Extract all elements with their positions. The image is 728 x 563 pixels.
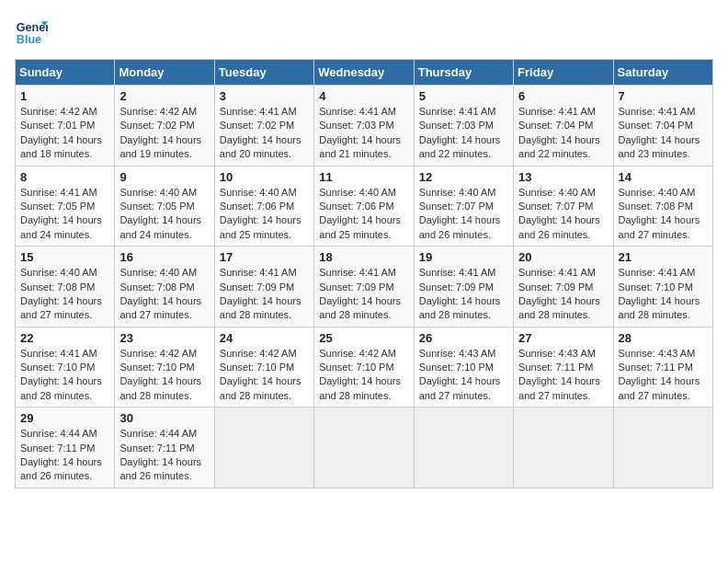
table-row: 19 Sunrise: 4:41 AMSunset: 7:09 PMDaylig… — [414, 247, 513, 327]
header-monday: Monday — [115, 60, 214, 86]
day-number: 25 — [319, 331, 408, 345]
day-info: Sunrise: 4:41 AMSunset: 7:04 PMDaylight:… — [518, 106, 600, 159]
day-number: 27 — [518, 331, 608, 345]
day-info: Sunrise: 4:41 AMSunset: 7:03 PMDaylight:… — [319, 106, 401, 159]
table-row: 12 Sunrise: 4:40 AMSunset: 7:07 PMDaylig… — [414, 166, 513, 247]
day-info: Sunrise: 4:42 AMSunset: 7:10 PMDaylight:… — [220, 348, 301, 401]
calendar-week-row: 29 Sunrise: 4:44 AMSunset: 7:11 PMDaylig… — [16, 408, 713, 488]
table-row: 10 Sunrise: 4:40 AMSunset: 7:06 PMDaylig… — [214, 166, 313, 247]
day-number: 20 — [518, 250, 608, 264]
table-row: 29 Sunrise: 4:44 AMSunset: 7:11 PMDaylig… — [16, 408, 115, 488]
day-number: 18 — [319, 250, 408, 264]
table-row: 5 Sunrise: 4:41 AMSunset: 7:03 PMDayligh… — [414, 86, 513, 167]
day-number: 24 — [220, 331, 309, 345]
day-info: Sunrise: 4:41 AMSunset: 7:05 PMDaylight:… — [20, 187, 102, 240]
table-row: 25 Sunrise: 4:42 AMSunset: 7:10 PMDaylig… — [314, 327, 414, 408]
logo: General Blue — [15, 15, 48, 48]
table-row: 27 Sunrise: 4:43 AMSunset: 7:11 PMDaylig… — [514, 327, 613, 408]
day-info: Sunrise: 4:41 AMSunset: 7:04 PMDaylight:… — [619, 106, 700, 159]
calendar-week-row: 22 Sunrise: 4:41 AMSunset: 7:10 PMDaylig… — [16, 327, 713, 408]
day-number: 3 — [220, 89, 309, 103]
calendar-table: Sunday Monday Tuesday Wednesday Thursday… — [15, 59, 713, 488]
table-row: 11 Sunrise: 4:40 AMSunset: 7:06 PMDaylig… — [314, 166, 414, 247]
day-info: Sunrise: 4:41 AMSunset: 7:09 PMDaylight:… — [518, 267, 600, 320]
day-info: Sunrise: 4:41 AMSunset: 7:09 PMDaylight:… — [319, 267, 401, 320]
day-number: 6 — [518, 89, 608, 103]
day-number: 29 — [20, 411, 109, 425]
table-row: 24 Sunrise: 4:42 AMSunset: 7:10 PMDaylig… — [214, 327, 313, 408]
day-info: Sunrise: 4:44 AMSunset: 7:11 PMDaylight:… — [20, 428, 102, 481]
table-row: 16 Sunrise: 4:40 AMSunset: 7:08 PMDaylig… — [115, 247, 214, 327]
day-number: 23 — [119, 331, 209, 345]
calendar-week-row: 15 Sunrise: 4:40 AMSunset: 7:08 PMDaylig… — [16, 247, 713, 327]
day-number: 2 — [119, 89, 209, 103]
day-number: 19 — [419, 250, 508, 264]
day-info: Sunrise: 4:41 AMSunset: 7:03 PMDaylight:… — [419, 106, 501, 159]
table-row: 17 Sunrise: 4:41 AMSunset: 7:09 PMDaylig… — [214, 247, 313, 327]
table-row: 30 Sunrise: 4:44 AMSunset: 7:11 PMDaylig… — [115, 408, 214, 488]
day-number: 28 — [619, 331, 708, 345]
day-info: Sunrise: 4:40 AMSunset: 7:06 PMDaylight:… — [319, 187, 401, 240]
table-row — [314, 408, 414, 488]
header-saturday: Saturday — [613, 60, 712, 86]
day-info: Sunrise: 4:44 AMSunset: 7:11 PMDaylight:… — [119, 428, 201, 481]
day-number: 13 — [518, 170, 608, 184]
table-row: 3 Sunrise: 4:41 AMSunset: 7:02 PMDayligh… — [214, 86, 313, 167]
day-number: 21 — [619, 250, 708, 264]
table-row: 22 Sunrise: 4:41 AMSunset: 7:10 PMDaylig… — [16, 327, 115, 408]
day-info: Sunrise: 4:42 AMSunset: 7:01 PMDaylight:… — [20, 106, 102, 159]
day-info: Sunrise: 4:40 AMSunset: 7:07 PMDaylight:… — [518, 187, 600, 240]
table-row: 1 Sunrise: 4:42 AMSunset: 7:01 PMDayligh… — [16, 86, 115, 167]
day-info: Sunrise: 4:41 AMSunset: 7:02 PMDaylight:… — [220, 106, 301, 159]
header-tuesday: Tuesday — [214, 60, 313, 86]
table-row: 21 Sunrise: 4:41 AMSunset: 7:10 PMDaylig… — [613, 247, 712, 327]
table-row: 6 Sunrise: 4:41 AMSunset: 7:04 PMDayligh… — [514, 86, 613, 167]
day-number: 5 — [419, 89, 508, 103]
table-row: 14 Sunrise: 4:40 AMSunset: 7:08 PMDaylig… — [613, 166, 712, 247]
day-info: Sunrise: 4:41 AMSunset: 7:10 PMDaylight:… — [619, 267, 700, 320]
table-row: 9 Sunrise: 4:40 AMSunset: 7:05 PMDayligh… — [115, 166, 214, 247]
table-row — [613, 408, 712, 488]
day-number: 26 — [419, 331, 508, 345]
day-number: 12 — [419, 170, 508, 184]
table-row — [214, 408, 313, 488]
day-info: Sunrise: 4:40 AMSunset: 7:05 PMDaylight:… — [119, 187, 201, 240]
day-info: Sunrise: 4:43 AMSunset: 7:11 PMDaylight:… — [518, 348, 600, 401]
day-number: 30 — [119, 411, 209, 425]
day-info: Sunrise: 4:42 AMSunset: 7:10 PMDaylight:… — [119, 348, 201, 401]
day-number: 7 — [619, 89, 708, 103]
calendar-week-row: 1 Sunrise: 4:42 AMSunset: 7:01 PMDayligh… — [16, 86, 713, 167]
table-row: 20 Sunrise: 4:41 AMSunset: 7:09 PMDaylig… — [514, 247, 613, 327]
table-row: 23 Sunrise: 4:42 AMSunset: 7:10 PMDaylig… — [115, 327, 214, 408]
day-info: Sunrise: 4:40 AMSunset: 7:08 PMDaylight:… — [20, 267, 102, 320]
day-number: 10 — [220, 170, 309, 184]
day-info: Sunrise: 4:40 AMSunset: 7:07 PMDaylight:… — [419, 187, 501, 240]
day-number: 17 — [220, 250, 309, 264]
day-info: Sunrise: 4:41 AMSunset: 7:09 PMDaylight:… — [220, 267, 301, 320]
table-row: 18 Sunrise: 4:41 AMSunset: 7:09 PMDaylig… — [314, 247, 414, 327]
day-info: Sunrise: 4:40 AMSunset: 7:08 PMDaylight:… — [619, 187, 700, 240]
table-row: 2 Sunrise: 4:42 AMSunset: 7:02 PMDayligh… — [115, 86, 214, 167]
header-sunday: Sunday — [16, 60, 115, 86]
table-row: 28 Sunrise: 4:43 AMSunset: 7:11 PMDaylig… — [613, 327, 712, 408]
day-info: Sunrise: 4:41 AMSunset: 7:10 PMDaylight:… — [20, 348, 102, 401]
table-row — [514, 408, 613, 488]
table-row: 7 Sunrise: 4:41 AMSunset: 7:04 PMDayligh… — [613, 86, 712, 167]
weekday-header-row: Sunday Monday Tuesday Wednesday Thursday… — [16, 60, 713, 86]
day-info: Sunrise: 4:40 AMSunset: 7:08 PMDaylight:… — [119, 267, 201, 320]
logo-icon: General Blue — [15, 15, 48, 48]
day-number: 14 — [619, 170, 708, 184]
header-friday: Friday — [514, 60, 613, 86]
day-info: Sunrise: 4:42 AMSunset: 7:10 PMDaylight:… — [319, 348, 401, 401]
day-number: 11 — [319, 170, 408, 184]
table-row: 8 Sunrise: 4:41 AMSunset: 7:05 PMDayligh… — [16, 166, 115, 247]
calendar-week-row: 8 Sunrise: 4:41 AMSunset: 7:05 PMDayligh… — [16, 166, 713, 247]
table-row: 4 Sunrise: 4:41 AMSunset: 7:03 PMDayligh… — [314, 86, 414, 167]
table-row: 26 Sunrise: 4:43 AMSunset: 7:10 PMDaylig… — [414, 327, 513, 408]
day-number: 4 — [319, 89, 408, 103]
day-info: Sunrise: 4:40 AMSunset: 7:06 PMDaylight:… — [220, 187, 301, 240]
day-number: 15 — [20, 250, 109, 264]
day-info: Sunrise: 4:42 AMSunset: 7:02 PMDaylight:… — [119, 106, 201, 159]
day-info: Sunrise: 4:43 AMSunset: 7:11 PMDaylight:… — [619, 348, 700, 401]
day-info: Sunrise: 4:41 AMSunset: 7:09 PMDaylight:… — [419, 267, 501, 320]
